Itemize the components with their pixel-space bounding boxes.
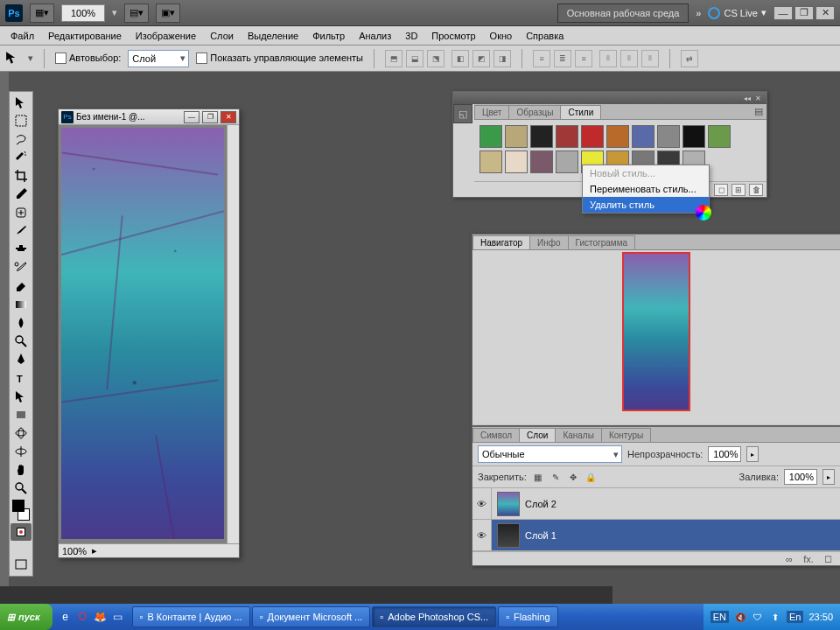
close-icon[interactable]: ✕: [755, 94, 764, 102]
new-style-icon[interactable]: ◻: [714, 184, 728, 196]
move-tool[interactable]: [10, 94, 32, 111]
link-layers-icon[interactable]: ∞: [782, 554, 796, 564]
doc-close-button[interactable]: ✕: [220, 111, 236, 123]
opacity-flyout-icon[interactable]: ▸: [746, 446, 759, 462]
color-swatches[interactable]: [10, 498, 32, 522]
create-style-icon[interactable]: ⊞: [732, 184, 746, 196]
menu-analysis[interactable]: Анализ: [352, 28, 398, 44]
firefox-icon[interactable]: 🦊: [93, 607, 108, 626]
layer-thumbnail[interactable]: [497, 523, 520, 548]
window-close-button[interactable]: ✕: [816, 6, 835, 20]
show-desktop-icon[interactable]: ▭: [110, 607, 126, 626]
style-swatch[interactable]: [530, 125, 553, 148]
style-swatch[interactable]: [657, 125, 680, 148]
document-zoom-select[interactable]: 100%: [61, 4, 105, 22]
menu-view[interactable]: Просмотр: [424, 28, 482, 44]
distribute-bottom-icon[interactable]: ≡: [575, 50, 592, 67]
autoselect-checkbox[interactable]: Автовыбор:: [55, 52, 121, 65]
menu-help[interactable]: Справка: [519, 28, 570, 44]
collapse-icon[interactable]: ◂◂: [744, 94, 752, 102]
navigator-body[interactable]: [472, 250, 840, 412]
menu-select[interactable]: Выделение: [241, 28, 305, 44]
doc-maximize-button[interactable]: ❐: [202, 111, 218, 123]
rectangle-tool[interactable]: [10, 406, 32, 424]
lock-all-icon[interactable]: 🔒: [584, 471, 597, 483]
keyboard-layout[interactable]: En: [787, 611, 803, 623]
eraser-tool[interactable]: [10, 277, 32, 295]
quick-mask-toggle[interactable]: [10, 523, 32, 541]
document-titlebar[interactable]: Ps Без имени-1 @... — ❐ ✕: [59, 109, 239, 125]
clone-stamp-tool[interactable]: [10, 241, 32, 258]
zoom-tool[interactable]: [10, 480, 32, 497]
layer-item[interactable]: 👁 Слой 2: [472, 488, 840, 520]
style-swatch[interactable]: [606, 125, 629, 148]
align-top-icon[interactable]: ⬒: [385, 50, 402, 67]
dodge-tool[interactable]: [10, 332, 32, 350]
workspace-more-icon[interactable]: »: [696, 8, 701, 18]
ctx-delete-style[interactable]: Удалить стиль: [583, 197, 709, 213]
3d-camera-tool[interactable]: [10, 443, 32, 460]
style-swatch[interactable]: [556, 125, 578, 148]
tab-paths[interactable]: Контуры: [601, 428, 651, 442]
style-swatch[interactable]: [505, 150, 528, 173]
screen-mode-icon[interactable]: ▣▾: [156, 4, 180, 23]
path-selection-tool[interactable]: [10, 388, 32, 405]
style-swatch[interactable]: [530, 150, 553, 173]
delete-style-icon[interactable]: 🗑: [749, 184, 763, 196]
distribute-left-icon[interactable]: ⫴: [599, 50, 617, 67]
vertical-scrollbar[interactable]: [227, 125, 239, 543]
opera-icon[interactable]: O: [75, 607, 91, 626]
history-brush-tool[interactable]: [10, 259, 32, 276]
magic-wand-tool[interactable]: [10, 149, 32, 166]
taskbar-button[interactable]: ▫Flashing: [498, 606, 557, 627]
document-canvas-area[interactable]: [59, 125, 239, 543]
distribute-top-icon[interactable]: ≡: [533, 50, 550, 67]
tab-color[interactable]: Цвет: [474, 105, 509, 119]
menu-file[interactable]: Файл: [4, 28, 41, 44]
menu-edit[interactable]: Редактирование: [41, 28, 129, 44]
fill-flyout-icon[interactable]: ▸: [822, 469, 835, 485]
tab-swatches[interactable]: Образцы: [508, 105, 561, 119]
clock[interactable]: 23:50: [808, 612, 833, 622]
style-swatch[interactable]: [632, 125, 654, 148]
tray-icon[interactable]: 🔇: [734, 611, 746, 623]
lock-transparency-icon[interactable]: ▦: [532, 471, 544, 483]
panel-menu-icon[interactable]: ▤: [751, 104, 766, 119]
align-bottom-icon[interactable]: ⬔: [427, 50, 444, 67]
language-indicator[interactable]: EN: [710, 611, 729, 623]
window-restore-button[interactable]: ❐: [794, 6, 814, 20]
layer-item[interactable]: 👁 Слой 1: [472, 520, 840, 551]
blur-tool[interactable]: [10, 314, 32, 332]
crop-tool[interactable]: [10, 167, 32, 185]
arrange-documents-icon[interactable]: ▤▾: [124, 4, 149, 23]
tab-info[interactable]: Инфо: [529, 235, 569, 249]
align-hcenter-icon[interactable]: ◩: [472, 50, 490, 67]
hand-tool[interactable]: [10, 461, 32, 479]
taskbar-button[interactable]: ▫В Контакте | Аудио ...: [132, 606, 250, 627]
autoselect-target-select[interactable]: Слой: [128, 50, 189, 67]
style-swatch[interactable]: [556, 150, 578, 173]
align-vcenter-icon[interactable]: ⬓: [406, 50, 424, 67]
brush-tool[interactable]: [10, 222, 32, 240]
show-controls-checkbox[interactable]: Показать управляющие элементы: [196, 52, 363, 65]
taskbar-button[interactable]: ▫Документ Microsoft ...: [252, 606, 371, 627]
navigator-thumbnail[interactable]: [622, 252, 690, 411]
ie-icon[interactable]: e: [58, 607, 74, 626]
screen-mode-toggle[interactable]: [10, 556, 32, 573]
status-info-icon[interactable]: ▸: [92, 545, 97, 556]
panel-dock-icon[interactable]: ◱: [453, 104, 472, 123]
menu-3d[interactable]: 3D: [398, 28, 424, 44]
healing-brush-tool[interactable]: [10, 204, 32, 221]
visibility-toggle-icon[interactable]: 👁: [472, 488, 492, 519]
cs-live-button[interactable]: CS Live▾: [708, 7, 766, 19]
window-minimize-button[interactable]: —: [774, 6, 793, 20]
ctx-rename-style[interactable]: Переименовать стиль...: [583, 181, 709, 197]
lock-pixels-icon[interactable]: ✎: [550, 471, 562, 483]
gradient-tool[interactable]: [10, 296, 32, 313]
tab-styles[interactable]: Стили: [560, 105, 601, 119]
panel-header[interactable]: ◂◂✕: [453, 92, 766, 104]
taskbar-button[interactable]: ▫Adobe Photoshop CS...: [372, 606, 496, 627]
layer-thumbnail[interactable]: [497, 492, 520, 516]
blend-mode-select[interactable]: Обычные: [478, 445, 622, 463]
tab-navigator[interactable]: Навигатор: [472, 235, 530, 249]
